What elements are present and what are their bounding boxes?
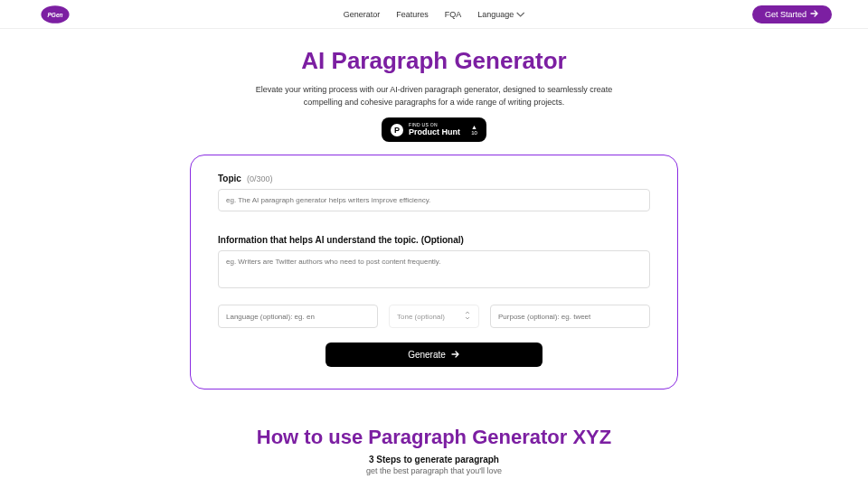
get-started-button[interactable]: Get Started <box>752 5 832 23</box>
get-started-label: Get Started <box>765 10 807 19</box>
topic-input[interactable] <box>218 189 650 211</box>
language-input[interactable] <box>218 305 378 328</box>
nav-features[interactable]: Features <box>396 10 429 19</box>
triangle-up-icon: ▲ <box>471 124 477 130</box>
info-label: Information that helps AI understand the… <box>218 235 464 245</box>
howto-title: How to use Paragraph Generator XYZ <box>0 426 868 449</box>
howto-sub2: get the best paragraph that you'll love <box>0 466 868 475</box>
arrow-right-icon <box>810 10 819 19</box>
tone-label: Tone (optional) <box>397 313 445 321</box>
ph-vote-count: 10 <box>471 130 477 136</box>
nav-fqa[interactable]: FQA <box>445 10 462 19</box>
logo[interactable]: PGen <box>36 3 74 26</box>
select-icon <box>464 311 471 322</box>
language-select[interactable]: Language <box>477 10 524 19</box>
generate-label: Generate <box>408 350 446 360</box>
hero-subtitle: Elevate your writing process with our AI… <box>240 84 628 108</box>
hero-title: AI Paragraph Generator <box>0 47 868 75</box>
top-nav: Generator Features FQA Language <box>344 10 525 19</box>
topic-label: Topic <box>218 174 241 183</box>
nav-generator[interactable]: Generator <box>344 10 381 19</box>
ph-name: Product Hunt <box>409 128 460 137</box>
arrow-right-icon <box>451 350 460 360</box>
chevron-down-icon <box>515 10 524 19</box>
svg-text:PGen: PGen <box>48 12 63 18</box>
product-hunt-badge[interactable]: P FIND US ON Product Hunt ▲ 10 <box>382 117 486 142</box>
purpose-input[interactable] <box>490 305 650 328</box>
tone-select[interactable]: Tone (optional) <box>389 305 479 328</box>
generator-card: Topic (0/300) Information that helps AI … <box>190 155 678 389</box>
topic-char-count: (0/300) <box>247 174 273 183</box>
generate-button[interactable]: Generate <box>326 343 542 367</box>
language-label: Language <box>477 10 514 19</box>
info-textarea[interactable] <box>218 250 650 288</box>
product-hunt-icon: P <box>391 124 403 136</box>
howto-sub1: 3 Steps to generate paragraph <box>0 455 868 465</box>
ph-upvote: ▲ 10 <box>471 124 477 136</box>
